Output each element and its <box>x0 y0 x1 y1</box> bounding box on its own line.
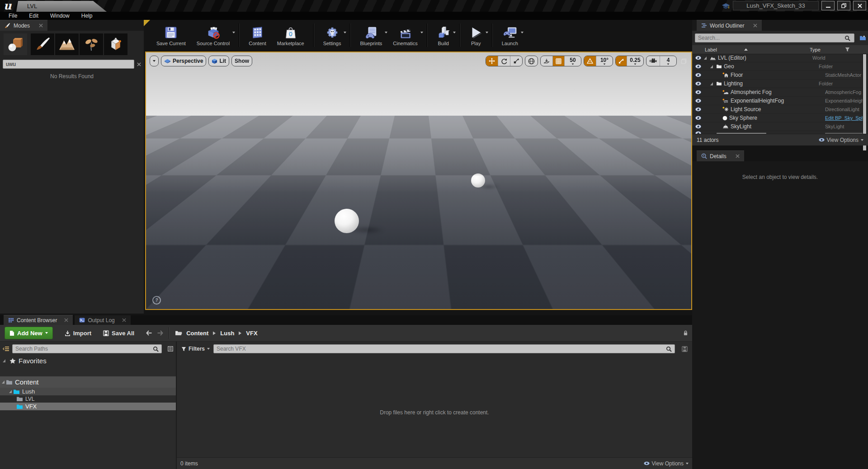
favorites-header[interactable]: Favorites <box>0 353 176 365</box>
visibility-toggle[interactable] <box>692 56 704 60</box>
mode-landscape-button[interactable] <box>55 33 79 55</box>
clear-search-icon[interactable] <box>137 62 141 66</box>
play-button[interactable]: Play <box>465 23 487 47</box>
menu-file[interactable]: File <box>3 13 23 19</box>
surface-snap-button[interactable] <box>541 56 553 66</box>
tab-world-outliner[interactable]: World Outliner <box>697 20 762 31</box>
mode-paint-button[interactable] <box>31 33 54 55</box>
tab-content-browser[interactable]: Content Browser <box>4 315 73 325</box>
scale-snap-toggle[interactable] <box>616 56 627 66</box>
column-header-label[interactable]: Label <box>692 47 810 52</box>
view-mode-selector[interactable]: Lit <box>208 56 229 66</box>
grid-snap-value[interactable]: 50 <box>565 56 581 66</box>
save-search-icon[interactable] <box>682 346 688 352</box>
close-tab-icon[interactable] <box>64 318 68 322</box>
mode-place-button[interactable] <box>4 33 27 55</box>
expander-icon[interactable] <box>710 82 713 85</box>
visibility-toggle[interactable] <box>692 116 704 120</box>
scale-snap-value[interactable]: 0.25 <box>627 56 643 66</box>
tab-output-log[interactable]: Output Log <box>75 315 130 325</box>
menu-window[interactable]: Window <box>44 13 75 19</box>
outliner-row[interactable]: LVL (Editor)World <box>692 54 868 62</box>
visibility-toggle[interactable] <box>692 98 704 103</box>
outliner-row[interactable]: LightingFolder <box>692 80 868 88</box>
save-all-button[interactable]: Save All <box>103 330 134 337</box>
perspective-selector[interactable]: Perspective <box>161 56 206 66</box>
content-browser-assets-panel[interactable]: Filters Drop files here or right click t… <box>177 342 692 469</box>
scale-tool-button[interactable] <box>510 56 522 66</box>
outliner-row[interactable]: FloorStaticMeshActor <box>692 71 868 80</box>
tab-details[interactable]: Details <box>697 150 744 161</box>
visibility-toggle[interactable] <box>692 64 704 69</box>
restore-button[interactable] <box>837 1 850 10</box>
outliner-row[interactable]: Light SourceDirectionalLight <box>692 105 868 114</box>
visibility-toggle[interactable] <box>692 81 704 86</box>
visibility-toggle[interactable] <box>692 124 704 129</box>
expander-icon[interactable] <box>9 390 12 393</box>
breadcrumb-item-vfx[interactable]: VFX <box>246 330 257 337</box>
sphere-actor-large[interactable] <box>335 209 359 233</box>
menu-edit[interactable]: Edit <box>23 13 44 19</box>
collapse-sources-icon[interactable] <box>3 346 9 352</box>
sources-view-icon[interactable] <box>168 346 173 352</box>
folder-tree-item-content[interactable]: Content <box>0 376 176 388</box>
launch-button[interactable]: Launch <box>497 23 523 47</box>
tab-modes[interactable]: Modes <box>0 20 47 31</box>
back-button[interactable] <box>146 330 152 336</box>
import-button[interactable]: Import <box>65 330 91 337</box>
grid-snap-toggle[interactable] <box>553 56 565 66</box>
outliner-view-options-button[interactable]: View Options <box>819 137 863 143</box>
camera-speed-button[interactable] <box>646 56 660 66</box>
viewport-help-icon[interactable]: ? <box>152 296 161 305</box>
breadcrumb-item-content[interactable]: Content <box>186 330 208 337</box>
save-current-button[interactable]: Save Current <box>152 23 190 47</box>
outliner-row[interactable]: Atmospheric FogAtmosphericFog <box>692 88 868 97</box>
marketplace-button[interactable]: Marketplace <box>273 23 309 47</box>
visibility-toggle[interactable] <box>692 107 704 112</box>
visibility-toggle[interactable] <box>692 90 704 94</box>
column-header-type[interactable]: Type <box>810 47 868 52</box>
move-tool-button[interactable] <box>486 56 498 66</box>
close-tab-icon[interactable] <box>736 154 740 158</box>
menu-help[interactable]: Help <box>75 13 99 19</box>
expander-icon[interactable] <box>704 56 707 60</box>
outliner-row[interactable]: SkyLightSkyLight <box>692 122 868 131</box>
mode-geometry-button[interactable] <box>104 33 127 55</box>
filters-button[interactable]: Filters <box>181 346 210 352</box>
settings-button[interactable]: Settings <box>319 23 346 47</box>
type-filter-icon[interactable] <box>845 47 850 52</box>
mode-foliage-button[interactable] <box>80 33 103 55</box>
camera-speed-value[interactable]: 4 <box>660 56 676 66</box>
folder-tree-item-lush[interactable]: Lush <box>0 388 176 395</box>
folder-tree-item-vfx[interactable]: VFX <box>0 403 176 410</box>
rotate-tool-button[interactable] <box>498 56 510 66</box>
lock-browser-icon[interactable] <box>684 330 688 336</box>
close-tab-icon[interactable] <box>753 23 757 28</box>
level-viewport[interactable]: Perspective Lit Show <box>145 52 692 310</box>
close-button[interactable] <box>853 1 866 10</box>
rotation-snap-value[interactable]: 10° <box>596 56 613 66</box>
breadcrumb-item-lush[interactable]: Lush <box>220 330 234 337</box>
search-assets-input[interactable] <box>213 344 675 353</box>
world-local-toggle[interactable] <box>525 56 538 66</box>
sphere-actor-small[interactable] <box>471 174 485 188</box>
minimize-button[interactable] <box>821 1 835 10</box>
close-tab-icon[interactable] <box>39 23 43 28</box>
tutorials-icon[interactable] <box>722 3 730 9</box>
window-level-tab[interactable]: LVL <box>16 1 107 12</box>
outliner-row[interactable]: Sky SphereEdit BP_Sky_Sph <box>692 114 868 122</box>
outliner-search-input[interactable] <box>695 33 854 42</box>
cinematics-button[interactable]: Cinematics <box>388 23 422 47</box>
show-flags-dropdown[interactable]: Show <box>231 56 252 66</box>
blueprints-button[interactable]: Blueprints <box>355 23 387 47</box>
forward-button[interactable] <box>157 330 163 336</box>
expander-icon[interactable] <box>710 65 713 68</box>
close-tab-icon[interactable] <box>122 318 126 322</box>
content-button[interactable]: Content <box>244 23 271 47</box>
folder-tree-item-lvl[interactable]: LVL <box>0 395 176 403</box>
build-button[interactable]: Build <box>432 23 455 47</box>
actor-type-link[interactable]: Edit BP_Sky_Sph <box>825 115 868 121</box>
maximize-viewport-button[interactable] <box>681 58 687 64</box>
add-new-button[interactable]: Add New <box>5 327 53 339</box>
modes-search-input[interactable] <box>3 60 134 69</box>
